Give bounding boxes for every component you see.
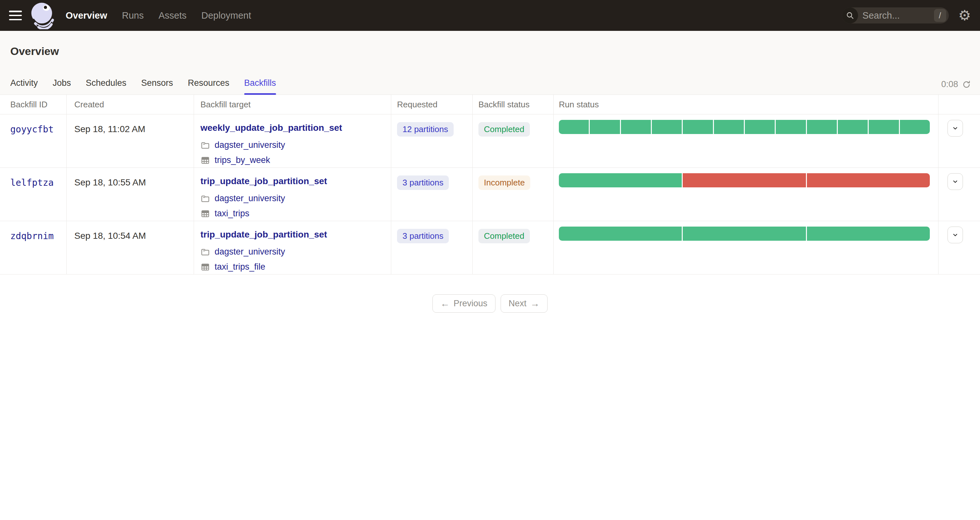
run-status-segment-failure[interactable] — [807, 173, 930, 187]
tab-backfills[interactable]: Backfills — [244, 78, 276, 95]
previous-page-button[interactable]: ← Previous — [433, 294, 495, 313]
run-status-segment-success[interactable] — [559, 227, 682, 241]
next-label: Next — [509, 298, 527, 309]
column-header-run-status: Run status — [554, 95, 938, 114]
backfill-status-badge: Completed — [479, 229, 530, 243]
code-location-link[interactable]: dagster_university — [215, 247, 285, 257]
pagination: ← Previous Next → — [0, 294, 980, 313]
run-status-bar — [559, 227, 930, 241]
page-title: Overview — [10, 45, 980, 57]
asset-table-icon — [200, 155, 210, 165]
topnav-item-deployment[interactable]: Deployment — [201, 10, 251, 21]
folder-icon — [200, 247, 210, 257]
top-navigation-bar: Overview Runs Assets Deployment Search..… — [0, 0, 980, 31]
created-timestamp: Sep 18, 11:02 AM — [74, 124, 145, 134]
topbar-right: Search... / ⚙ — [842, 7, 971, 24]
previous-label: Previous — [453, 298, 487, 309]
tab-jobs[interactable]: Jobs — [53, 78, 71, 95]
table-row: goyycfbt Sep 18, 11:02 AM weekly_update_… — [0, 114, 980, 168]
run-status-segment-success[interactable] — [683, 120, 713, 134]
backfill-status-badge: Incomplete — [479, 176, 530, 190]
chevron-down-icon — [952, 125, 959, 132]
backfill-id-link[interactable]: lelfptza — [10, 178, 54, 188]
requested-partitions-tag[interactable]: 12 partitions — [397, 122, 453, 136]
topnav-item-overview[interactable]: Overview — [66, 10, 107, 21]
chevron-down-icon — [952, 178, 959, 185]
run-status-segment-success[interactable] — [714, 120, 744, 134]
run-status-segment-success[interactable] — [900, 120, 930, 134]
gear-icon[interactable]: ⚙ — [958, 8, 971, 22]
backfill-id-link[interactable]: zdqbrnim — [10, 231, 54, 241]
backfill-target-link[interactable]: trip_update_job_partition_set — [200, 230, 327, 240]
run-status-segment-success[interactable] — [590, 120, 620, 134]
table-row: lelfptza Sep 18, 10:55 AM trip_update_jo… — [0, 168, 980, 221]
column-header-requested: Requested — [391, 95, 472, 114]
search-placeholder: Search... — [862, 10, 934, 21]
column-header-backfill-id: Backfill ID — [0, 95, 66, 114]
backfill-target-link[interactable]: weekly_update_job_partition_set — [200, 123, 342, 133]
next-page-button[interactable]: Next → — [501, 294, 548, 313]
column-header-backfill-status: Backfill status — [472, 95, 554, 114]
dagster-logo[interactable] — [30, 2, 57, 29]
backfill-target-link[interactable]: trip_update_job_partition_set — [200, 176, 327, 186]
table-row: zdqbrnim Sep 18, 10:54 AM trip_update_jo… — [0, 221, 980, 274]
run-status-segment-success[interactable] — [683, 227, 806, 241]
hamburger-menu-icon[interactable] — [9, 11, 22, 20]
auto-refresh: 0:08 — [941, 79, 971, 95]
created-timestamp: Sep 18, 10:55 AM — [74, 178, 146, 187]
requested-partitions-tag[interactable]: 3 partitions — [397, 229, 449, 243]
requested-partitions-tag[interactable]: 3 partitions — [397, 176, 449, 190]
created-timestamp: Sep 18, 10:54 AM — [74, 231, 146, 241]
asset-table-icon — [200, 209, 210, 219]
row-expand-button[interactable] — [948, 120, 963, 136]
top-nav: Overview Runs Assets Deployment — [66, 10, 251, 21]
row-expand-button[interactable] — [948, 173, 963, 190]
folder-icon — [200, 140, 210, 150]
tab-resources[interactable]: Resources — [188, 78, 229, 95]
refresh-countdown: 0:08 — [941, 79, 958, 89]
asset-link[interactable]: taxi_trips_file — [215, 262, 266, 272]
column-header-backfill-target: Backfill target — [194, 95, 391, 114]
run-status-bar — [559, 120, 930, 134]
backfills-table: Backfill ID Created Backfill target Requ… — [0, 95, 980, 274]
table-header-row: Backfill ID Created Backfill target Requ… — [0, 95, 980, 114]
run-status-segment-success[interactable] — [621, 120, 651, 134]
backfill-id-link[interactable]: goyycfbt — [10, 124, 54, 135]
search-icon — [842, 7, 858, 24]
column-header-created: Created — [66, 95, 194, 114]
run-status-segment-success[interactable] — [807, 120, 837, 134]
tab-activity[interactable]: Activity — [10, 78, 38, 95]
run-status-segment-success[interactable] — [745, 120, 775, 134]
chevron-down-icon — [952, 231, 959, 238]
tabs-row: Activity Jobs Schedules Sensors Resource… — [0, 78, 980, 95]
run-status-segment-success[interactable] — [559, 173, 682, 187]
code-location-link[interactable]: dagster_university — [215, 140, 285, 150]
page-header: Overview Activity Jobs Schedules Sensors… — [0, 31, 980, 95]
run-status-segment-success[interactable] — [807, 227, 930, 241]
topnav-item-runs[interactable]: Runs — [122, 10, 144, 21]
arrow-left-icon: ← — [441, 299, 450, 308]
tab-sensors[interactable]: Sensors — [141, 78, 173, 95]
asset-table-icon — [200, 262, 210, 272]
arrow-right-icon: → — [530, 299, 539, 308]
run-status-segment-success[interactable] — [838, 120, 868, 134]
column-header-actions — [938, 95, 980, 114]
search-input[interactable]: Search... / — [842, 7, 949, 24]
run-status-bar — [559, 173, 930, 187]
asset-link[interactable]: taxi_trips — [215, 209, 249, 219]
code-location-link[interactable]: dagster_university — [215, 193, 285, 203]
row-expand-button[interactable] — [948, 227, 963, 243]
folder-icon — [200, 194, 210, 203]
backfill-status-badge: Completed — [479, 122, 530, 136]
run-status-segment-success[interactable] — [776, 120, 806, 134]
search-shortcut-badge: / — [934, 9, 946, 22]
run-status-segment-success[interactable] — [652, 120, 682, 134]
asset-link[interactable]: trips_by_week — [215, 155, 270, 165]
run-status-segment-failure[interactable] — [683, 173, 806, 187]
refresh-icon[interactable] — [962, 80, 971, 89]
run-status-segment-success[interactable] — [869, 120, 899, 134]
run-status-segment-success[interactable] — [559, 120, 589, 134]
tab-schedules[interactable]: Schedules — [86, 78, 126, 95]
topnav-item-assets[interactable]: Assets — [159, 10, 187, 21]
overview-tabs: Activity Jobs Schedules Sensors Resource… — [10, 78, 276, 95]
